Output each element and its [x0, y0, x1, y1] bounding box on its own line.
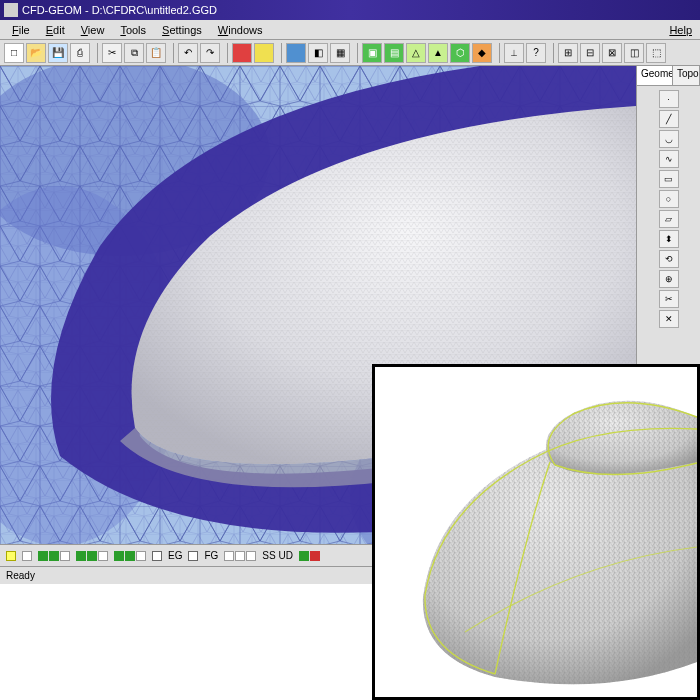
undo-button[interactable]: ↶: [178, 43, 198, 63]
label-ssud: SS UD: [262, 550, 293, 561]
arc-tool[interactable]: ◡: [659, 130, 679, 148]
app-icon: [4, 3, 18, 17]
tool-button[interactable]: [254, 43, 274, 63]
surface-tool[interactable]: ▱: [659, 210, 679, 228]
led-icon: [136, 551, 146, 561]
menu-tools[interactable]: Tools: [112, 22, 154, 38]
label-eg: EG: [168, 550, 182, 561]
curve-tool[interactable]: ∿: [659, 150, 679, 168]
toolbar-sep: [354, 43, 358, 63]
checkbox[interactable]: [152, 551, 162, 561]
toolbar-sep: [550, 43, 554, 63]
measure-button[interactable]: ⟂: [504, 43, 524, 63]
tool-button[interactable]: [232, 43, 252, 63]
view-button[interactable]: ⊟: [580, 43, 600, 63]
menu-edit[interactable]: Edit: [38, 22, 73, 38]
led-icon: [60, 551, 70, 561]
indicator-icon: [22, 551, 32, 561]
tool-button[interactable]: △: [406, 43, 426, 63]
led-icon: [246, 551, 256, 561]
title-bar: CFD-GEOM - D:\CFDRC\untitled2.GGD: [0, 0, 700, 20]
led-icon: [114, 551, 124, 561]
led-icon: [38, 551, 48, 561]
cut-button[interactable]: ✂: [102, 43, 122, 63]
view-button[interactable]: ⬚: [646, 43, 666, 63]
view-button[interactable]: ⊞: [558, 43, 578, 63]
toolbar-sep: [278, 43, 282, 63]
circle-tool[interactable]: ○: [659, 190, 679, 208]
led-group: [299, 551, 320, 561]
toolbar-sep: [170, 43, 174, 63]
led-icon: [125, 551, 135, 561]
checkbox[interactable]: [188, 551, 198, 561]
print-button[interactable]: ⎙: [70, 43, 90, 63]
tool-button[interactable]: [286, 43, 306, 63]
toolbar-sep: [496, 43, 500, 63]
led-group: [224, 551, 256, 561]
boolean-tool[interactable]: ⊕: [659, 270, 679, 288]
open-button[interactable]: 📂: [26, 43, 46, 63]
help-button[interactable]: ?: [526, 43, 546, 63]
menu-file[interactable]: FFileile: [4, 22, 38, 38]
led-group: [114, 551, 146, 561]
new-button[interactable]: □: [4, 43, 24, 63]
tool-button[interactable]: ▣: [362, 43, 382, 63]
menu-settings[interactable]: Settings: [154, 22, 210, 38]
led-icon: [235, 551, 245, 561]
tab-geometry[interactable]: Geometry: [637, 66, 673, 85]
extrude-tool[interactable]: ⬍: [659, 230, 679, 248]
menu-view[interactable]: View: [73, 22, 113, 38]
tool-button[interactable]: ▲: [428, 43, 448, 63]
view-button[interactable]: ◫: [624, 43, 644, 63]
led-icon: [299, 551, 309, 561]
view-button[interactable]: ⊠: [602, 43, 622, 63]
label-fg: FG: [204, 550, 218, 561]
redo-button[interactable]: ↷: [200, 43, 220, 63]
tool-button[interactable]: ◧: [308, 43, 328, 63]
toolbar-sep: [224, 43, 228, 63]
delete-tool[interactable]: ✕: [659, 310, 679, 328]
tool-button[interactable]: ◆: [472, 43, 492, 63]
menu-bar: FFileile Edit View Tools Settings Window…: [0, 20, 700, 40]
menu-help[interactable]: Help: [669, 24, 696, 36]
tool-button[interactable]: ▤: [384, 43, 404, 63]
revolve-tool[interactable]: ⟲: [659, 250, 679, 268]
led-group: [76, 551, 108, 561]
line-tool[interactable]: ╱: [659, 110, 679, 128]
led-group: [38, 551, 70, 561]
toolbar: □ 📂 💾 ⎙ ✂ ⧉ 📋 ↶ ↷ ◧ ▦ ▣ ▤ △ ▲ ⬡ ◆ ⟂ ? ⊞ …: [0, 40, 700, 66]
led-icon: [310, 551, 320, 561]
toolbar-sep: [94, 43, 98, 63]
led-icon: [76, 551, 86, 561]
window-title: CFD-GEOM - D:\CFDRC\untitled2.GGD: [22, 4, 217, 16]
led-icon: [224, 551, 234, 561]
tab-topology[interactable]: Topolo: [673, 66, 700, 85]
inset-view: [372, 364, 700, 700]
paste-button[interactable]: 📋: [146, 43, 166, 63]
panel-tabs: Geometry Topolo: [637, 66, 700, 86]
indicator-icon: [6, 551, 16, 561]
status-text: Ready: [6, 570, 35, 581]
menu-windows[interactable]: Windows: [210, 22, 271, 38]
tool-button[interactable]: ⬡: [450, 43, 470, 63]
save-button[interactable]: 💾: [48, 43, 68, 63]
tool-palette: · ╱ ◡ ∿ ▭ ○ ▱ ⬍ ⟲ ⊕ ✂ ✕: [637, 86, 700, 332]
led-icon: [49, 551, 59, 561]
point-tool[interactable]: ·: [659, 90, 679, 108]
led-icon: [87, 551, 97, 561]
led-icon: [98, 551, 108, 561]
trim-tool[interactable]: ✂: [659, 290, 679, 308]
rect-tool[interactable]: ▭: [659, 170, 679, 188]
copy-button[interactable]: ⧉: [124, 43, 144, 63]
tool-button[interactable]: ▦: [330, 43, 350, 63]
